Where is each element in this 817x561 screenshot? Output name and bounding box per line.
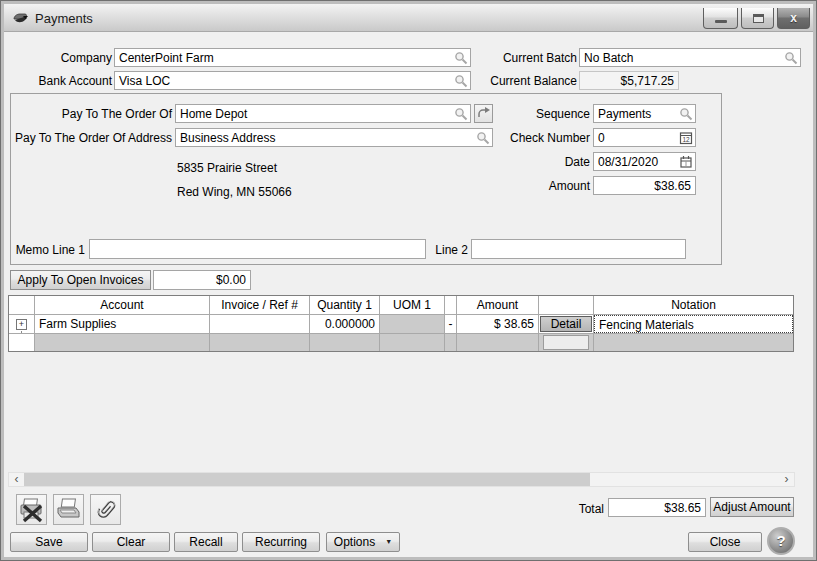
window-title: Payments (35, 11, 93, 26)
account-cell[interactable]: Farm Supplies (34, 315, 209, 333)
address-line-2: Red Wing, MN 55066 (177, 185, 292, 199)
notation-cell[interactable]: Fencing Materials (593, 315, 793, 333)
print-button[interactable] (53, 494, 84, 525)
current-batch-label: Current Batch (503, 49, 577, 67)
row-header-cell[interactable] (9, 334, 34, 351)
address-line-1: 5835 Prairie Street (177, 161, 277, 175)
table-row-empty (9, 333, 793, 351)
amount-label: Amount (549, 177, 590, 195)
bank-account-field[interactable]: Visa LOC (114, 71, 471, 90)
current-balance-label: Current Balance (490, 72, 577, 90)
memo-line2-label: Line 2 (435, 241, 468, 259)
quantity-cell[interactable]: 0.000000 (309, 315, 379, 333)
paperclip-icon (91, 495, 120, 524)
open-payee-button[interactable] (474, 104, 493, 123)
invoice-cell[interactable] (209, 315, 309, 333)
total-label: Total (579, 500, 604, 518)
pay-to-field[interactable]: Home Depot (175, 104, 471, 123)
expand-row-icon[interactable]: + (16, 319, 27, 330)
recurring-button[interactable]: Recurring (242, 532, 320, 552)
apply-amount-field: $0.00 (153, 270, 251, 290)
notation-cell (593, 334, 793, 351)
title-bar: Payments x (4, 4, 813, 32)
company-label: Company (61, 49, 112, 67)
row-dotted-line (21, 331, 22, 333)
amount-cell[interactable]: $ 38.65 (456, 315, 538, 333)
memo-line2-field[interactable] (471, 239, 686, 259)
pay-to-value: Home Depot (180, 107, 247, 121)
horizontal-scrollbar[interactable]: ‹ › (8, 472, 795, 487)
uom-cell (379, 315, 444, 333)
dash-cell (444, 334, 456, 351)
header-rowhdr (9, 296, 34, 314)
pay-to-address-field[interactable]: Business Address (175, 128, 493, 147)
recall-button[interactable]: Recall (174, 532, 238, 552)
uom-cell (379, 334, 444, 351)
pay-to-address-label: Pay To The Order Of Address (15, 129, 172, 147)
curved-arrow-icon (475, 105, 492, 122)
check-number-field[interactable]: 0 12 (593, 128, 696, 147)
pay-to-lookup-icon[interactable] (454, 107, 468, 121)
print-disabled-button[interactable] (16, 494, 47, 525)
date-field[interactable]: 08/31/2020 (593, 152, 696, 171)
clear-button[interactable]: Clear (92, 532, 170, 552)
pay-to-address-value: Business Address (180, 131, 275, 145)
minimize-icon (715, 20, 727, 23)
adjust-amount-button[interactable]: Adjust Amount (710, 497, 794, 517)
memo-line1-field[interactable] (89, 239, 426, 259)
sequence-lookup-icon[interactable] (679, 107, 693, 121)
sequence-label: Sequence (536, 105, 590, 123)
detail-button[interactable]: Detail (540, 316, 592, 332)
row-header-cell[interactable]: + (9, 315, 34, 333)
current-batch-field[interactable]: No Batch (579, 48, 801, 67)
close-icon: x (778, 11, 809, 25)
printer-icon (54, 495, 83, 524)
table-row: + Farm Supplies 0.000000 - $ 38.65 Detai… (9, 314, 793, 333)
printer-x-icon (17, 495, 46, 524)
options-button[interactable]: Options▼ (326, 532, 400, 552)
help-button[interactable]: ? (767, 527, 795, 555)
transaction-grid: Account Invoice / Ref # Quantity 1 UOM 1… (8, 295, 794, 352)
svg-text:12: 12 (682, 136, 690, 143)
memo-line1-label: Memo Line 1 (16, 241, 85, 259)
restore-button[interactable] (741, 8, 774, 29)
company-value: CenterPoint Farm (119, 51, 214, 65)
sequence-value: Payments (598, 107, 651, 121)
current-balance-field: $5,717.25 (579, 71, 679, 90)
attachments-button[interactable] (90, 494, 121, 525)
date-value: 08/31/2020 (598, 155, 658, 169)
sequence-field[interactable]: Payments (593, 104, 696, 123)
total-field: $38.65 (608, 498, 706, 517)
minimize-button[interactable] (703, 8, 738, 29)
close-window-button[interactable]: x (777, 8, 810, 29)
bank-account-value: Visa LOC (119, 74, 170, 88)
grid-header-row: Account Invoice / Ref # Quantity 1 UOM 1… (9, 296, 793, 314)
payments-hand-icon (12, 10, 29, 27)
quantity-cell (309, 334, 379, 351)
notation-value: Fencing Materials (594, 315, 793, 333)
header-account: Account (34, 296, 209, 314)
current-batch-value: No Batch (584, 51, 633, 65)
save-button[interactable]: Save (10, 532, 88, 552)
close-button[interactable]: Close (688, 532, 762, 552)
header-notation: Notation (593, 296, 793, 314)
amount-field[interactable]: $38.65 (593, 176, 696, 195)
scroll-right-icon[interactable]: › (779, 473, 794, 486)
header-amount: Amount (456, 296, 538, 314)
scrollbar-thumb[interactable] (24, 473, 590, 486)
scroll-left-icon[interactable]: ‹ (9, 473, 24, 486)
pay-to-address-lookup-icon[interactable] (476, 131, 490, 145)
calendar-icon[interactable] (679, 155, 693, 169)
current-batch-lookup-icon[interactable] (784, 51, 798, 65)
date-label: Date (565, 153, 590, 171)
company-field[interactable]: CenterPoint Farm (114, 48, 471, 67)
company-lookup-icon[interactable] (454, 51, 468, 65)
next-number-icon[interactable]: 12 (679, 131, 693, 145)
header-invoice: Invoice / Ref # (209, 296, 309, 314)
amount-cell (456, 334, 538, 351)
apply-open-invoices-button[interactable]: Apply To Open Invoices (10, 270, 151, 290)
payments-window: Payments x Company CenterPoint Farm Curr… (0, 0, 817, 561)
bank-account-lookup-icon[interactable] (454, 74, 468, 88)
detail-cell (538, 334, 593, 351)
check-number-value: 0 (598, 131, 605, 145)
